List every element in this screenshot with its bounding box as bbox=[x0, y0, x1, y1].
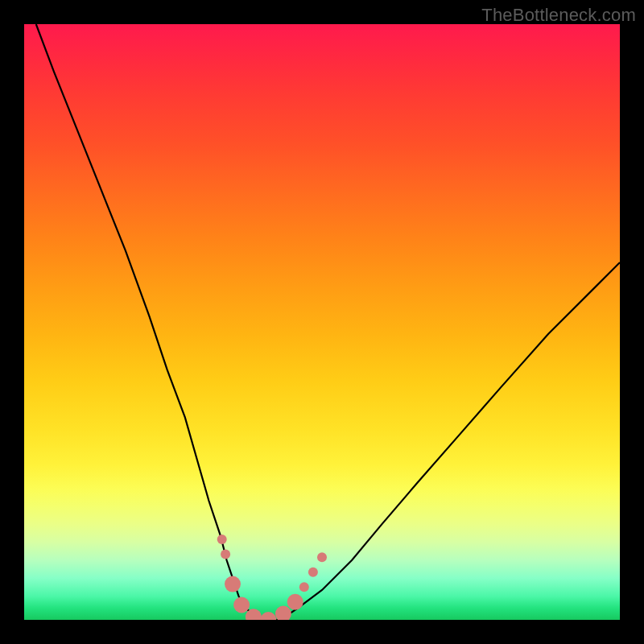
chart-frame: TheBottleneck.com bbox=[0, 0, 644, 644]
highlight-dot bbox=[233, 597, 250, 613]
plot-area bbox=[24, 24, 620, 620]
highlight-dot bbox=[308, 568, 318, 577]
highlight-dot bbox=[221, 550, 230, 559]
curve-path bbox=[36, 24, 620, 620]
chart-svg bbox=[24, 24, 620, 620]
highlight-dot bbox=[287, 594, 303, 610]
highlight-dots bbox=[217, 535, 327, 620]
highlight-dot bbox=[317, 552, 327, 562]
highlight-dot bbox=[260, 612, 276, 620]
highlight-dot bbox=[225, 576, 241, 592]
highlight-dot bbox=[275, 606, 291, 620]
watermark-text: TheBottleneck.com bbox=[481, 5, 636, 26]
highlight-dot bbox=[299, 582, 309, 592]
highlight-dot bbox=[217, 535, 227, 544]
